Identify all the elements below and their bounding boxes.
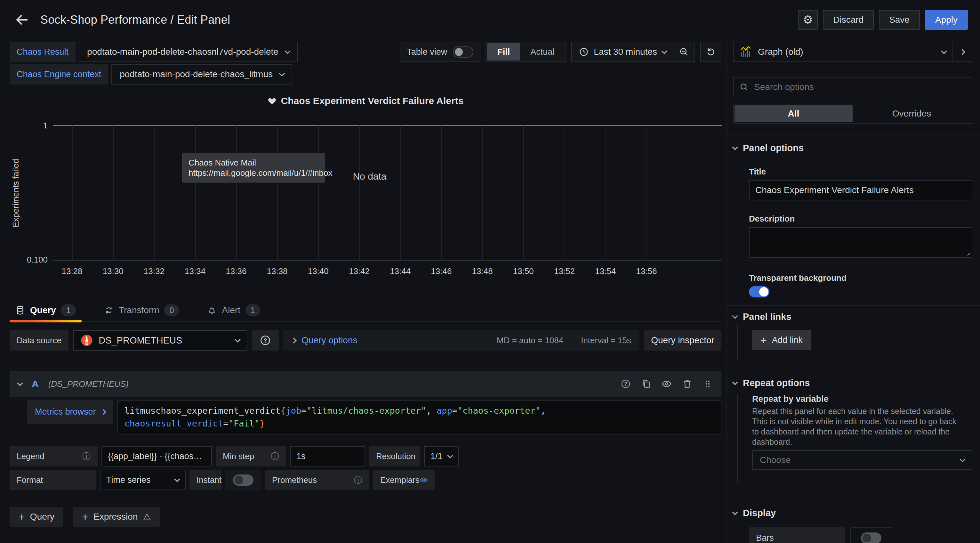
variable-label-chaos-result: Chaos Result bbox=[10, 41, 76, 62]
datasource-picker[interactable]: DS_PROMETHEUS bbox=[73, 330, 247, 350]
back-button[interactable] bbox=[12, 10, 31, 29]
panel-settings-button[interactable]: ⚙ bbox=[798, 10, 818, 30]
options-search[interactable] bbox=[733, 77, 972, 97]
toggle-query-visibility-button[interactable] bbox=[661, 379, 672, 389]
divider bbox=[727, 305, 980, 306]
search-options-input[interactable] bbox=[754, 82, 966, 92]
legend-input[interactable] bbox=[102, 446, 212, 467]
plot-area[interactable]: 1 0.100 No data 13:2813:3013:3213:3413:3… bbox=[53, 126, 722, 261]
format-select[interactable]: Time series bbox=[100, 470, 186, 490]
divider bbox=[727, 134, 980, 134]
collapse-query-icon[interactable] bbox=[17, 380, 23, 386]
bars-toggle[interactable] bbox=[861, 532, 881, 543]
chevron-down-icon bbox=[732, 144, 738, 150]
help-circle-icon: ? bbox=[259, 334, 271, 346]
arrow-left-icon bbox=[15, 13, 29, 27]
duplicate-query-button[interactable] bbox=[641, 379, 652, 389]
gear-icon: ⚙ bbox=[803, 13, 813, 27]
delete-query-button[interactable] bbox=[682, 379, 693, 389]
add-expression-button[interactable]: +Expression⚠ bbox=[73, 507, 160, 527]
tab-overrides[interactable]: Overrides bbox=[853, 105, 971, 122]
y-tick-label: 1 bbox=[16, 121, 48, 131]
metrics-browser-button[interactable]: Metrics browser bbox=[27, 400, 113, 424]
time-range-label: Last 30 minutes bbox=[594, 47, 657, 57]
x-tick-label: 13:44 bbox=[390, 266, 410, 276]
panel-description-textarea[interactable] bbox=[749, 227, 972, 258]
add-link-button[interactable]: + Add link bbox=[752, 330, 811, 350]
zoom-out-time-button[interactable] bbox=[673, 42, 695, 62]
datasource-help-button[interactable]: ? bbox=[252, 330, 279, 350]
apply-button[interactable]: Apply bbox=[925, 10, 968, 30]
display-section-header[interactable]: Display bbox=[733, 508, 972, 518]
repeat-variable-select[interactable]: Choose bbox=[752, 450, 972, 470]
query-options-collapse[interactable]: Query options MD = auto = 1084 Interval … bbox=[283, 330, 640, 350]
bars-toggle-cell bbox=[850, 527, 892, 543]
discard-button[interactable]: Discard bbox=[823, 10, 874, 30]
variable-dropdown-chaos-result[interactable]: podtato-main-pod-delete-chaosnl7vd-pod-d… bbox=[79, 41, 298, 62]
query-code-line2: chaosresult_verdict="Fail"} bbox=[124, 417, 714, 430]
graph-viz-icon bbox=[739, 45, 752, 58]
panel-title-input[interactable] bbox=[749, 180, 972, 201]
editor-tabs: Query 1 Transform 0 Alert 1 bbox=[10, 299, 721, 322]
alert-threshold-line bbox=[53, 125, 722, 126]
prometheus-label-box: Prometheusⓘ bbox=[265, 470, 369, 490]
gridline bbox=[72, 126, 73, 260]
panel-links-section-header[interactable]: Panel links bbox=[733, 312, 972, 322]
chevron-right-icon bbox=[291, 338, 296, 343]
tab-alert[interactable]: Alert 1 bbox=[201, 299, 266, 321]
chevron-right-icon bbox=[959, 49, 965, 55]
promql-query-editor[interactable]: litmuschaos_experiment_verdict{job="litm… bbox=[118, 400, 721, 435]
toggle-viz-options-button[interactable] bbox=[952, 42, 972, 62]
min-step-input[interactable] bbox=[290, 446, 365, 467]
panel-options-section-header[interactable]: Panel options bbox=[733, 143, 972, 153]
tab-all[interactable]: All bbox=[735, 105, 853, 122]
magnifier-minus-icon bbox=[679, 47, 689, 57]
max-data-points-info: MD = auto = 1084 bbox=[497, 336, 563, 346]
chevron-right-icon bbox=[100, 409, 106, 415]
min-step-label-box: Min stepⓘ bbox=[216, 446, 286, 467]
gridline bbox=[318, 126, 319, 260]
table-view-toggle[interactable] bbox=[453, 46, 473, 57]
tab-query[interactable]: Query 1 bbox=[10, 299, 82, 321]
query-row-header[interactable]: A (DS_PROMETHEUS) ? bbox=[10, 371, 721, 397]
title-field-label: Title bbox=[749, 167, 972, 177]
fill-actual-segmented: Fill Actual bbox=[485, 41, 566, 62]
transparent-background-toggle[interactable] bbox=[749, 286, 769, 298]
resolution-select[interactable]: 1/1 bbox=[424, 446, 459, 467]
exemplars-eye-icon[interactable] bbox=[420, 475, 428, 485]
resolution-label-box: Resolution bbox=[369, 446, 420, 467]
variable-dropdown-chaos-engine-context[interactable]: podtato-main-pod-delete-chaos_litmus bbox=[111, 64, 292, 84]
tab-transform[interactable]: Transform 0 bbox=[98, 299, 185, 321]
x-tick-label: 13:50 bbox=[513, 266, 534, 276]
visualization-picker[interactable]: Graph (old) bbox=[733, 42, 952, 62]
trash-icon bbox=[682, 379, 692, 389]
query-help-button[interactable]: ? bbox=[620, 379, 631, 389]
chevron-down-icon bbox=[732, 313, 738, 318]
gridline bbox=[277, 126, 278, 260]
instant-toggle[interactable] bbox=[233, 475, 253, 486]
info-icon: ⓘ bbox=[82, 451, 91, 462]
interval-info: Interval = 15s bbox=[581, 336, 631, 346]
time-range-button[interactable]: Last 30 minutes bbox=[579, 47, 673, 57]
query-datasource-hint: (DS_PROMETHEUS) bbox=[48, 379, 129, 389]
add-query-button[interactable]: +Query bbox=[10, 507, 64, 527]
gridline bbox=[646, 126, 647, 260]
warning-icon: ⚠ bbox=[143, 512, 151, 522]
chevron-down-icon bbox=[235, 336, 240, 342]
refresh-button[interactable] bbox=[700, 41, 721, 62]
drag-handle[interactable] bbox=[702, 379, 713, 389]
gridline bbox=[441, 126, 442, 260]
gridline bbox=[195, 126, 196, 260]
transform-icon bbox=[104, 306, 114, 315]
save-button[interactable]: Save bbox=[879, 10, 920, 30]
info-icon: ⓘ bbox=[271, 451, 279, 462]
query-inspector-button[interactable]: Query inspector bbox=[644, 330, 721, 350]
repeat-options-section-header[interactable]: Repeat options bbox=[733, 378, 972, 389]
svg-text:?: ? bbox=[264, 338, 267, 344]
fill-option[interactable]: Fill bbox=[487, 43, 520, 61]
no-data-message: No data bbox=[338, 171, 402, 182]
instant-label-box: Instant bbox=[189, 470, 221, 490]
search-icon bbox=[739, 82, 749, 92]
actual-option[interactable]: Actual bbox=[520, 43, 565, 61]
repeat-by-variable-label: Repeat by variable bbox=[752, 394, 972, 404]
